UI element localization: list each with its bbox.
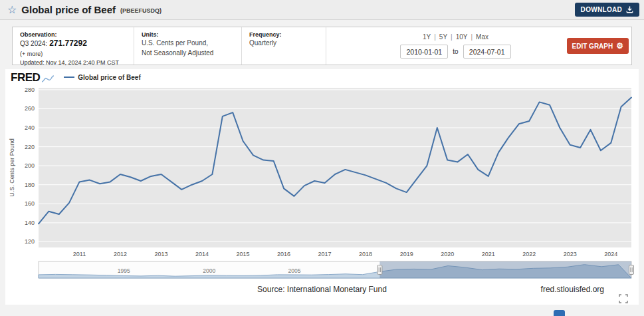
chart-panel: FRED Global price of Beef 12014016018020… [5,69,639,305]
svg-text:220: 220 [25,144,35,150]
partial-blue-widget[interactable] [554,310,565,316]
units-label: Units: [142,31,234,38]
fred-logo[interactable]: FRED [11,72,54,83]
range-link-10y[interactable]: 10Y [456,33,468,41]
range-links: 1Y | 5Y | 10Y | Max [423,33,488,41]
svg-text:2000: 2000 [203,267,215,274]
range-separator: | [451,33,453,41]
fullscreen-button[interactable] [619,294,628,303]
info-bar: Observation: Q3 2024:271.77292 (+ more) … [12,27,632,65]
date-range-row: to [400,45,510,59]
favorite-star-icon[interactable]: ☆ [7,5,17,15]
frequency-section: Frequency: Quarterly [241,27,326,65]
svg-text:2012: 2012 [114,251,127,257]
svg-text:2005: 2005 [288,267,301,274]
chart-header-row: FRED Global price of Beef [7,71,637,84]
range-link-5y[interactable]: 5Y [439,33,447,41]
download-button-label: DOWNLOAD [581,6,622,13]
svg-text:140: 140 [25,220,35,226]
svg-text:2011: 2011 [73,251,86,257]
svg-text:2024: 2024 [604,251,617,257]
svg-text:200: 200 [25,162,35,169]
svg-text:1995: 1995 [118,267,130,274]
frequency-value: Quarterly [249,39,318,48]
series-ticker: (PBEEFUSDQ) [120,7,161,14]
svg-text:2022: 2022 [522,251,536,257]
svg-text:2020: 2020 [441,251,454,257]
legend-line-swatch [64,77,74,78]
svg-text:260: 260 [25,105,35,112]
observation-period: Q3 2024: [20,40,47,47]
fred-logo-sparkline-icon [41,75,54,83]
page-title: Global price of Beef [21,4,116,15]
svg-text:120: 120 [25,238,35,245]
svg-text:2023: 2023 [564,251,577,257]
svg-text:2021: 2021 [482,251,495,257]
edit-graph-label: EDIT GRAPH [572,43,613,50]
units-line1: U.S. Cents per Pound, [142,39,234,48]
units-line2: Not Seasonally Adjusted [142,49,234,58]
range-separator: | [434,33,436,41]
observation-label: Observation: [20,31,126,38]
units-section: Units: U.S. Cents per Pound, Not Seasona… [134,27,241,65]
observation-value: 271.77292 [49,39,87,48]
svg-text:U.S. Cents per Pound: U.S. Cents per Pound [9,138,15,197]
svg-text:160: 160 [25,200,35,207]
svg-text:2017: 2017 [318,251,332,257]
range-separator: | [471,33,473,41]
svg-text:2016: 2016 [277,251,290,257]
fullscreen-icon [619,294,628,303]
range-navigator[interactable]: 199520002005 [7,261,637,279]
frequency-label: Frequency: [249,31,318,38]
svg-text:2018: 2018 [359,251,372,257]
svg-text:180: 180 [25,182,35,188]
chart-legend: Global price of Beef [64,74,140,81]
legend-label: Global price of Beef [78,74,140,81]
svg-text:2015: 2015 [237,251,250,257]
site-text: fred.stlouisfed.org [541,285,604,294]
gear-icon: ⚙ [616,42,623,50]
range-controls-section: 1Y | 5Y | 10Y | Max to EDIT GRAPH ⚙ [326,27,631,65]
svg-text:2019: 2019 [400,251,413,257]
observation-value-line: Q3 2024:271.77292 [20,39,126,49]
more-link[interactable]: (+ more) [20,50,126,58]
range-link-1y[interactable]: 1Y [423,33,431,41]
end-date-input[interactable] [463,45,511,59]
date-to-label: to [453,48,458,55]
svg-text:2013: 2013 [155,251,168,257]
download-icon [626,6,633,13]
observation-section: Observation: Q3 2024:271.77292 (+ more) … [13,27,134,65]
svg-text:280: 280 [25,86,35,93]
range-link-max[interactable]: Max [476,33,488,41]
fred-logo-text: FRED [11,72,40,83]
download-button[interactable]: DOWNLOAD [575,3,639,17]
price-line-chart: 1201401601802002202402602802011201220132… [7,84,637,259]
svg-text:2014: 2014 [195,251,209,257]
svg-text:240: 240 [25,124,35,131]
app-header: ☆ Global price of Beef (PBEEFUSDQ) DOWNL… [0,0,644,20]
chart-footer: Source: International Monetary Fund fred… [7,285,637,295]
start-date-input[interactable] [400,45,448,59]
updated-text: Updated: Nov 14, 2024 2:40 PM CST [20,59,126,67]
edit-graph-button[interactable]: EDIT GRAPH ⚙ [567,38,629,54]
